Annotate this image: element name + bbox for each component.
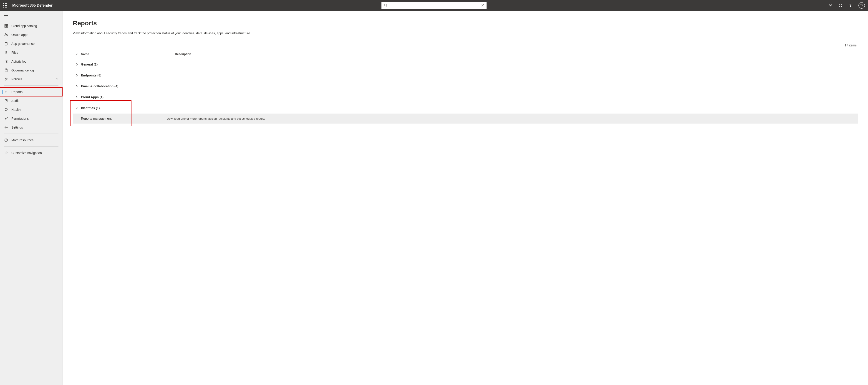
search-icon bbox=[384, 3, 388, 8]
product-title: Microsoft 365 Defender bbox=[12, 3, 53, 7]
svg-point-5 bbox=[831, 4, 832, 5]
group-label: Endpoints (8) bbox=[81, 73, 175, 77]
report-group-row[interactable]: Cloud Apps (1) bbox=[73, 92, 858, 102]
svg-point-4 bbox=[829, 4, 830, 5]
sidebar-item-label: Health bbox=[11, 108, 21, 112]
sidebar-item-label: Governance log bbox=[11, 68, 34, 72]
sidebar-item-label: OAuth apps bbox=[11, 33, 28, 37]
svg-point-8 bbox=[850, 6, 851, 7]
sidebar-item-cloud-app-catalog[interactable]: Cloud app catalog bbox=[0, 21, 63, 30]
report-group-row[interactable]: General (2) bbox=[73, 59, 858, 70]
sidebar-item-permissions[interactable]: Permissions bbox=[0, 114, 63, 123]
nav-divider bbox=[4, 134, 58, 134]
sidebar-item-reports[interactable]: Reports bbox=[0, 87, 63, 96]
gear-icon bbox=[4, 125, 8, 129]
report-item-row[interactable]: Reports managementDownload one or more r… bbox=[73, 114, 858, 123]
sidebar-item-label: Audit bbox=[11, 99, 19, 102]
app-launcher-icon[interactable] bbox=[3, 3, 7, 7]
sidebar-item-activity-log[interactable]: Activity log bbox=[0, 57, 63, 66]
key-icon bbox=[4, 117, 8, 121]
grid-icon bbox=[4, 24, 8, 28]
svg-point-26 bbox=[5, 118, 6, 120]
sidebar-item-label: Customize navigation bbox=[11, 151, 42, 155]
expand-all-toggle[interactable] bbox=[73, 53, 81, 56]
settings-gear-icon[interactable] bbox=[838, 3, 842, 7]
nav-collapse-toggle[interactable] bbox=[0, 11, 63, 20]
svg-point-22 bbox=[5, 78, 6, 79]
sidebar-item-label: Settings bbox=[11, 126, 23, 129]
group-label: Cloud Apps (1) bbox=[81, 95, 175, 99]
sidebar-item-label: App governance bbox=[11, 42, 35, 46]
sidebar-item-more-resources[interactable]: More resources bbox=[0, 136, 63, 145]
svg-point-6 bbox=[830, 6, 831, 7]
group-label: Email & collaboration (4) bbox=[81, 84, 175, 88]
clipboard-icon bbox=[4, 68, 8, 72]
chevron-right-icon bbox=[73, 96, 81, 98]
infinity-icon bbox=[4, 59, 8, 63]
heart-icon bbox=[4, 108, 8, 112]
sidebar-item-customize-nav[interactable]: Customize navigation bbox=[0, 148, 63, 157]
group-label: Identities (1) bbox=[81, 106, 175, 110]
sidebar-item-oauth-apps[interactable]: OAuth apps bbox=[0, 30, 63, 39]
global-search[interactable] bbox=[381, 2, 487, 9]
person-key-icon bbox=[4, 33, 8, 37]
sidebar-item-label: More resources bbox=[11, 138, 33, 142]
user-avatar[interactable]: TA bbox=[859, 2, 865, 9]
main-content: Reports View information about security … bbox=[63, 11, 868, 385]
table-header: Name Description bbox=[73, 49, 858, 59]
sidebar-item-health[interactable]: Health bbox=[0, 105, 63, 114]
page-description: View information about security trends a… bbox=[73, 31, 858, 39]
svg-rect-12 bbox=[7, 26, 8, 27]
chevron-right-icon bbox=[73, 63, 81, 66]
nav-divider bbox=[4, 146, 58, 147]
svg-rect-9 bbox=[5, 24, 6, 26]
sidebar-item-files[interactable]: Files bbox=[0, 48, 63, 57]
report-group-row[interactable]: Identities (1) bbox=[73, 102, 858, 114]
clear-search-icon[interactable] bbox=[481, 4, 484, 7]
svg-point-7 bbox=[840, 5, 841, 6]
chevron-down-icon bbox=[56, 77, 58, 81]
sidebar-item-settings[interactable]: Settings bbox=[0, 123, 63, 132]
chevron-right-icon bbox=[73, 85, 81, 88]
svg-rect-10 bbox=[7, 24, 8, 26]
file-icon bbox=[4, 51, 8, 55]
col-header-description[interactable]: Description bbox=[175, 52, 858, 56]
info-icon bbox=[4, 138, 8, 142]
clipboard-icon bbox=[4, 42, 8, 46]
col-header-name[interactable]: Name bbox=[81, 52, 175, 56]
sidebar-item-policies[interactable]: Policies bbox=[0, 75, 63, 84]
svg-point-0 bbox=[384, 4, 386, 6]
community-icon[interactable] bbox=[829, 3, 833, 7]
page-title: Reports bbox=[73, 20, 858, 27]
group-label: General (2) bbox=[81, 63, 175, 66]
search-input[interactable] bbox=[389, 4, 479, 7]
chart-icon bbox=[4, 90, 8, 94]
sidebar-item-audit[interactable]: Audit bbox=[0, 96, 63, 105]
sidebar-item-label: Activity log bbox=[11, 60, 27, 63]
report-item-description: Download one or more reports, assign rec… bbox=[167, 117, 858, 120]
sidebar-item-governance-log[interactable]: Governance log bbox=[0, 66, 63, 75]
pencil-icon bbox=[4, 151, 8, 155]
help-icon[interactable] bbox=[848, 3, 852, 7]
sidebar-item-label: Files bbox=[11, 51, 18, 54]
sidebar-item-label: Reports bbox=[11, 90, 23, 94]
svg-point-23 bbox=[7, 79, 7, 80]
nav-divider bbox=[4, 85, 58, 86]
chevron-down-icon bbox=[73, 107, 81, 110]
svg-rect-11 bbox=[5, 26, 6, 27]
app-header: Microsoft 365 Defender TA bbox=[0, 0, 868, 11]
sidebar-item-app-governance[interactable]: App governance bbox=[0, 39, 63, 48]
svg-point-30 bbox=[6, 139, 6, 140]
items-count: 17 items bbox=[73, 43, 858, 47]
report-item-name: Reports management bbox=[73, 117, 167, 120]
sliders-icon bbox=[4, 77, 8, 81]
sidebar-item-label: Cloud app catalog bbox=[11, 24, 37, 28]
left-nav: Cloud app catalogOAuth appsApp governanc… bbox=[0, 11, 63, 385]
sidebar-item-label: Permissions bbox=[11, 117, 29, 120]
report-group-row[interactable]: Endpoints (8) bbox=[73, 70, 858, 81]
svg-point-13 bbox=[5, 33, 6, 35]
svg-point-24 bbox=[6, 80, 6, 80]
svg-point-27 bbox=[6, 127, 7, 128]
chevron-right-icon bbox=[73, 74, 81, 77]
report-group-row[interactable]: Email & collaboration (4) bbox=[73, 81, 858, 92]
